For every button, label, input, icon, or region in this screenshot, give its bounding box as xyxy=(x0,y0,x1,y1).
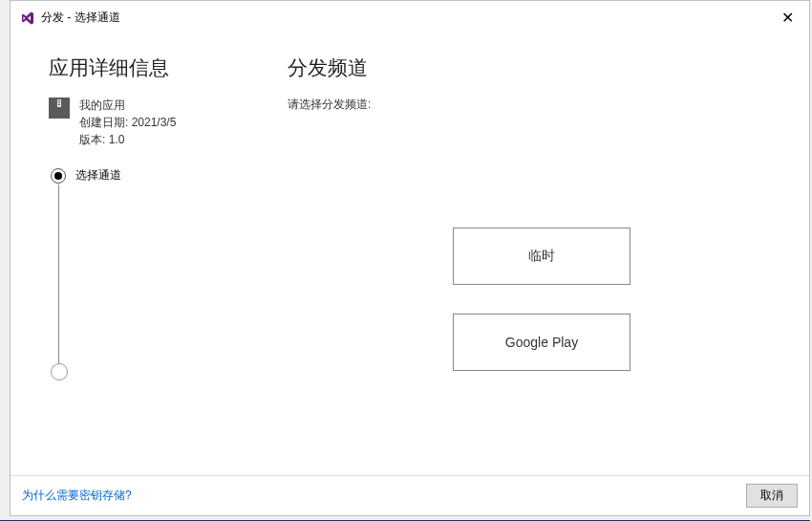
step-2-placeholder xyxy=(51,363,259,380)
help-link-keystore[interactable]: 为什么需要密钥存储? xyxy=(22,488,132,504)
channel-prompt: 请选择分发频道: xyxy=(288,97,786,113)
footer: 为什么需要密钥存储? 取消 xyxy=(11,475,809,515)
channel-heading: 分发频道 xyxy=(288,54,786,81)
svg-rect-2 xyxy=(58,100,60,101)
archive-icon xyxy=(49,98,70,119)
step-connector-line xyxy=(58,185,59,364)
app-details-text: 我的应用 创建日期: 2021/3/5 版本: 1.0 xyxy=(79,97,176,148)
radio-active-icon xyxy=(51,168,66,184)
app-created-date: 创建日期: 2021/3/5 xyxy=(79,114,176,131)
content-area: 应用详细信息 我的应用 创建日期: 2021/3/5 版本: 1.0 xyxy=(11,35,809,380)
svg-rect-3 xyxy=(58,102,60,103)
cancel-button[interactable]: 取消 xyxy=(746,484,798,508)
app-info: 我的应用 创建日期: 2021/3/5 版本: 1.0 xyxy=(49,97,259,148)
app-name: 我的应用 xyxy=(79,97,176,114)
window-title: 分发 - 选择通道 xyxy=(41,10,120,26)
channel-adhoc-button[interactable]: 临时 xyxy=(453,228,630,285)
titlebar: 分发 - 选择通道 ✕ xyxy=(11,1,809,35)
close-button[interactable]: ✕ xyxy=(776,7,800,29)
app-details-heading: 应用详细信息 xyxy=(49,54,259,81)
step-1-label: 选择通道 xyxy=(75,167,121,184)
channel-buttons-group: 临时 Google Play xyxy=(297,228,786,371)
app-version: 版本: 1.0 xyxy=(79,131,176,148)
dialog-window: 分发 - 选择通道 ✕ 应用详细信息 我的应用 创建日期: 20 xyxy=(10,0,810,516)
left-pane: 应用详细信息 我的应用 创建日期: 2021/3/5 版本: 1.0 xyxy=(49,54,259,380)
svg-rect-4 xyxy=(58,104,60,105)
visual-studio-icon xyxy=(20,11,35,26)
step-1-select-channel: 选择通道 xyxy=(51,167,259,184)
titlebar-left: 分发 - 选择通道 xyxy=(20,10,120,26)
radio-empty-icon xyxy=(51,363,68,380)
right-pane: 分发频道 请选择分发频道: 临时 Google Play xyxy=(259,54,786,380)
wizard-steps: 选择通道 xyxy=(51,167,259,380)
channel-google-play-button[interactable]: Google Play xyxy=(453,314,630,371)
